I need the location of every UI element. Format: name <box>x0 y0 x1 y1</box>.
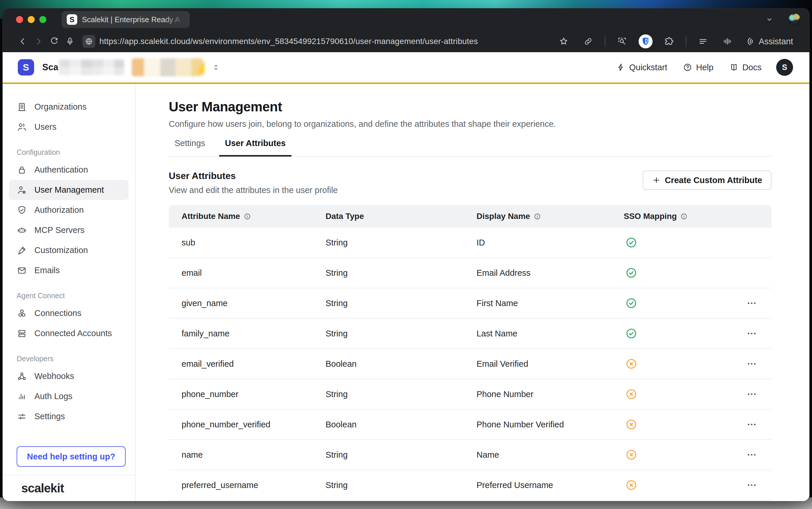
app-header: S Sca QuickstartHelpDocs S <box>3 52 809 84</box>
tab-settings[interactable]: Settings <box>169 138 211 157</box>
sso-unmapped-x-icon <box>625 479 638 491</box>
data-type-cell: String <box>325 450 476 460</box>
back-button[interactable] <box>15 34 31 49</box>
browser-tab[interactable]: S Scalekit | Enterprise Ready A <box>62 11 190 28</box>
sidebar-item-auth-logs[interactable]: Auth Logs <box>9 386 129 406</box>
window-minimize-button[interactable] <box>28 16 35 23</box>
sidebar-item-mcp-servers[interactable]: MCP Servers <box>9 220 129 240</box>
sidebar-item-authentication[interactable]: Authentication <box>9 160 129 180</box>
select-search-icon[interactable] <box>614 34 630 49</box>
book-icon <box>729 63 739 72</box>
sso-mapping-cell <box>624 479 757 491</box>
forward-button[interactable] <box>31 34 46 49</box>
attribute-row-email[interactable]: emailStringEmail Address <box>169 258 772 288</box>
dots-icon <box>746 479 757 491</box>
row-actions-menu-button[interactable] <box>746 479 757 491</box>
sidebar-item-authorization[interactable]: Authorization <box>9 200 129 220</box>
sso-mapping-cell <box>624 448 757 461</box>
sidebar-item-settings[interactable]: Settings <box>9 406 129 427</box>
row-actions-menu-button[interactable] <box>746 358 757 370</box>
attribute-cell: given_name <box>182 299 325 308</box>
copy-link-icon[interactable] <box>580 34 596 49</box>
assistant-button[interactable]: Assistant <box>744 36 793 47</box>
header-nav-label: Quickstart <box>629 63 667 72</box>
data-type-cell: String <box>325 299 476 308</box>
attribute-row-email_verified[interactable]: email_verifiedBooleanEmail Verified <box>169 349 772 379</box>
display-name-cell: Phone Number Verified <box>476 420 624 430</box>
sidebar-item-connected-accounts[interactable]: Connected Accounts <box>9 323 129 343</box>
tab-bar: SettingsUser Attributes <box>169 138 772 157</box>
header-nav-help[interactable]: Help <box>683 63 713 72</box>
attribute-row-preferred_username[interactable]: preferred_usernameStringPreferred Userna… <box>169 470 772 501</box>
sidebar-item-user-management[interactable]: User Management <box>9 180 129 200</box>
column-header-display-name: Display Name <box>476 212 624 221</box>
users-icon <box>16 122 27 132</box>
user-avatar[interactable]: S <box>776 59 793 76</box>
window-close-button[interactable] <box>16 16 23 23</box>
header-nav-docs[interactable]: Docs <box>729 63 762 72</box>
sidebar-item-connections[interactable]: Connections <box>9 303 129 323</box>
attribute-row-sub[interactable]: subStringID <box>169 228 772 258</box>
need-help-button[interactable]: Need help setting up? <box>16 446 126 467</box>
assistant-label: Assistant <box>759 37 793 46</box>
sidebar-item-label: Users <box>34 122 57 132</box>
password-manager-shield-icon[interactable] <box>639 34 652 48</box>
attribute-row-phone_number_verified[interactable]: phone_number_verifiedBooleanPhone Number… <box>169 410 772 440</box>
workspace-logo: S <box>18 59 34 75</box>
sidebar-item-organizations[interactable]: Organizations <box>9 97 129 117</box>
tab-title: Scalekit | Enterprise Ready A <box>82 15 184 24</box>
info-icon[interactable] <box>533 212 541 220</box>
reload-button[interactable] <box>46 34 62 49</box>
row-actions-menu-button[interactable] <box>746 449 757 461</box>
reading-list-icon[interactable] <box>695 34 711 49</box>
create-custom-attribute-button[interactable]: Create Custom Attribute <box>643 171 772 190</box>
display-name-cell: First Name <box>476 299 624 308</box>
bookmark-star-icon[interactable] <box>556 34 571 49</box>
microphone-button[interactable] <box>62 34 78 49</box>
voice-waveform-icon[interactable] <box>719 34 735 49</box>
extensions-puzzle-icon[interactable] <box>661 34 677 49</box>
tab-overview-chevron-icon[interactable] <box>765 14 774 25</box>
row-actions-menu-button[interactable] <box>746 328 757 339</box>
browser-profile-avatar[interactable] <box>788 13 801 26</box>
attribute-row-given_name[interactable]: given_nameStringFirst Name <box>169 288 772 319</box>
sidebar-item-webhooks[interactable]: Webhooks <box>9 366 129 386</box>
display-name-cell: Phone Number <box>476 389 624 399</box>
tab-user-attributes[interactable]: User Attributes <box>219 138 291 157</box>
redacted-workspace-name <box>59 60 124 75</box>
scalekit-app: S Sca QuickstartHelpDocs S Organizations… <box>3 52 809 501</box>
webhook-icon <box>16 371 27 382</box>
sidebar-item-emails[interactable]: Emails <box>9 260 129 280</box>
back-icon <box>18 36 28 46</box>
sidebar-item-label: Organizations <box>34 102 86 112</box>
window-zoom-button[interactable] <box>39 16 46 23</box>
info-icon[interactable] <box>680 212 688 220</box>
data-type-cell: Boolean <box>325 359 476 369</box>
select-search-icon <box>617 36 627 47</box>
main-content: User Management Configure how users join… <box>136 84 809 501</box>
display-name-cell: ID <box>476 238 624 247</box>
row-actions-menu-button[interactable] <box>746 419 757 430</box>
puzzle-icon <box>664 36 674 47</box>
sidebar-footer: scalekit <box>3 475 135 501</box>
sidebar-item-users[interactable]: Users <box>9 117 129 137</box>
display-name-cell: Last Name <box>476 329 624 338</box>
attribute-row-phone_number[interactable]: phone_numberStringPhone Number <box>169 379 772 410</box>
attribute-cell: sub <box>182 238 325 247</box>
sidebar-item-customization[interactable]: Customization <box>9 240 129 260</box>
lightning-icon <box>616 63 626 72</box>
info-icon[interactable] <box>243 212 251 220</box>
lines-icon <box>698 36 708 47</box>
environment-switcher-chevron-icon[interactable] <box>212 63 220 72</box>
sso-mapping-cell <box>624 327 757 340</box>
attribute-row-family_name[interactable]: family_nameStringLast Name <box>169 319 772 349</box>
attribute-row-name[interactable]: nameStringName <box>169 440 772 470</box>
header-nav-quickstart[interactable]: Quickstart <box>616 63 667 72</box>
toolbar-divider <box>605 36 605 47</box>
row-actions-menu-button[interactable] <box>746 297 757 309</box>
site-globe-icon[interactable] <box>82 35 95 48</box>
address-bar[interactable]: https://app.scalekit.cloud/ws/environmen… <box>99 37 478 46</box>
data-type-cell: String <box>325 389 476 399</box>
data-type-cell: String <box>325 238 476 247</box>
row-actions-menu-button[interactable] <box>746 388 757 400</box>
